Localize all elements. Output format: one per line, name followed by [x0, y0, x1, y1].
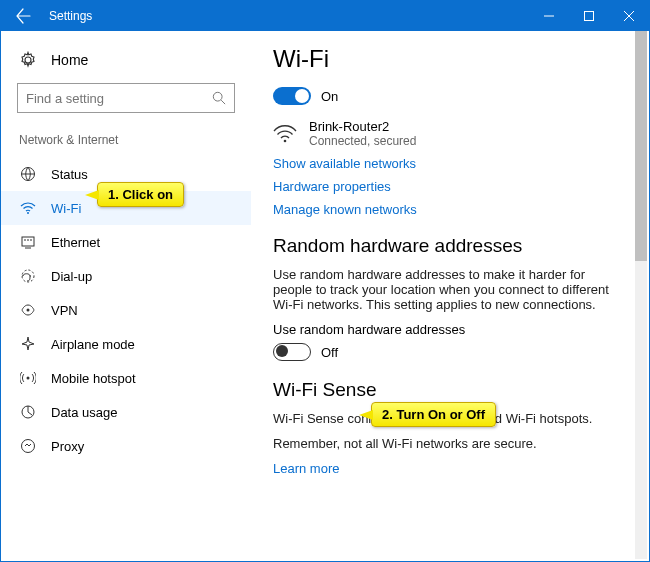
airplane-icon: [19, 335, 37, 353]
network-name: Brink-Router2: [309, 119, 416, 134]
sidebar-item-vpn[interactable]: VPN: [1, 293, 251, 327]
search-field[interactable]: [17, 83, 235, 113]
wifi-toggle-row: On: [273, 87, 627, 105]
sidebar-item-label: Wi-Fi: [51, 201, 81, 216]
svg-rect-1: [585, 12, 594, 21]
link-hardware-properties[interactable]: Hardware properties: [273, 179, 627, 194]
rha-toggle-row: Off: [273, 343, 627, 361]
annotation-callout-1: 1. Click on: [97, 182, 184, 207]
home-label: Home: [51, 52, 88, 68]
sidebar-item-label: Ethernet: [51, 235, 100, 250]
window-title: Settings: [45, 9, 92, 23]
svg-point-14: [284, 139, 287, 142]
sidebar-item-label: Mobile hotspot: [51, 371, 136, 386]
sidebar-item-label: Dial-up: [51, 269, 92, 284]
sidebar-item-label: VPN: [51, 303, 78, 318]
hotspot-icon: [19, 369, 37, 387]
rha-toggle[interactable]: [273, 343, 311, 361]
settings-window: Settings Home Network & Internet Status: [0, 0, 650, 562]
sidebar-home-button[interactable]: Home: [1, 45, 251, 83]
sidebar-item-label: Status: [51, 167, 88, 182]
wifi-toggle[interactable]: [273, 87, 311, 105]
sidebar-item-hotspot[interactable]: Mobile hotspot: [1, 361, 251, 395]
rha-toggle-label: Off: [321, 345, 338, 360]
sidebar-item-datausage[interactable]: Data usage: [1, 395, 251, 429]
close-icon: [624, 11, 634, 21]
sidebar-section-header: Network & Internet: [1, 129, 251, 157]
wifisense-line2: Remember, not all Wi-Fi networks are sec…: [273, 436, 613, 451]
wifi-toggle-label: On: [321, 89, 338, 104]
maximize-button[interactable]: [569, 1, 609, 31]
sidebar-item-ethernet[interactable]: Ethernet: [1, 225, 251, 259]
maximize-icon: [584, 11, 594, 21]
search-icon: [212, 91, 226, 105]
arrow-left-icon: [15, 8, 31, 24]
svg-point-9: [22, 270, 34, 282]
ethernet-icon: [19, 233, 37, 251]
dialup-icon: [19, 267, 37, 285]
rha-description: Use random hardware addresses to make it…: [273, 267, 613, 312]
network-status: Connected, secured: [309, 134, 416, 148]
back-button[interactable]: [1, 1, 45, 31]
rha-title: Random hardware addresses: [273, 235, 627, 257]
svg-point-11: [27, 377, 30, 380]
link-manage-networks[interactable]: Manage known networks: [273, 202, 627, 217]
data-usage-icon: [19, 403, 37, 421]
sidebar: Home Network & Internet Status Wi-Fi: [1, 31, 251, 561]
wifi-signal-icon: [273, 124, 297, 144]
link-show-networks[interactable]: Show available networks: [273, 156, 627, 171]
link-learn-more[interactable]: Learn more: [273, 461, 627, 476]
scrollbar-thumb[interactable]: [635, 31, 647, 261]
annotation-callout-2: 2. Turn On or Off: [371, 402, 496, 427]
titlebar: Settings: [1, 1, 649, 31]
rha-label: Use random hardware addresses: [273, 322, 627, 337]
gear-icon: [19, 51, 37, 69]
content-pane: Wi-Fi On Brink-Router2 Connected, secure…: [251, 31, 649, 561]
proxy-icon: [19, 437, 37, 455]
sidebar-item-label: Proxy: [51, 439, 84, 454]
svg-line-5: [221, 100, 225, 104]
vpn-icon: [19, 301, 37, 319]
wifi-icon: [19, 199, 37, 217]
svg-point-13: [22, 440, 35, 453]
minimize-button[interactable]: [529, 1, 569, 31]
page-title: Wi-Fi: [273, 45, 627, 73]
minimize-icon: [544, 11, 554, 21]
svg-rect-8: [22, 237, 34, 246]
globe-icon: [19, 165, 37, 183]
svg-point-7: [27, 212, 29, 214]
sidebar-item-airplane[interactable]: Airplane mode: [1, 327, 251, 361]
wifisense-title: Wi-Fi Sense: [273, 379, 627, 401]
sidebar-item-label: Airplane mode: [51, 337, 135, 352]
current-network[interactable]: Brink-Router2 Connected, secured: [273, 119, 627, 148]
svg-point-4: [213, 92, 222, 101]
close-button[interactable]: [609, 1, 649, 31]
sidebar-item-proxy[interactable]: Proxy: [1, 429, 251, 463]
search-input[interactable]: [26, 91, 212, 106]
svg-point-10: [27, 309, 30, 312]
scrollbar[interactable]: [635, 31, 647, 559]
sidebar-item-label: Data usage: [51, 405, 118, 420]
sidebar-item-dialup[interactable]: Dial-up: [1, 259, 251, 293]
body: Home Network & Internet Status Wi-Fi: [1, 31, 649, 561]
